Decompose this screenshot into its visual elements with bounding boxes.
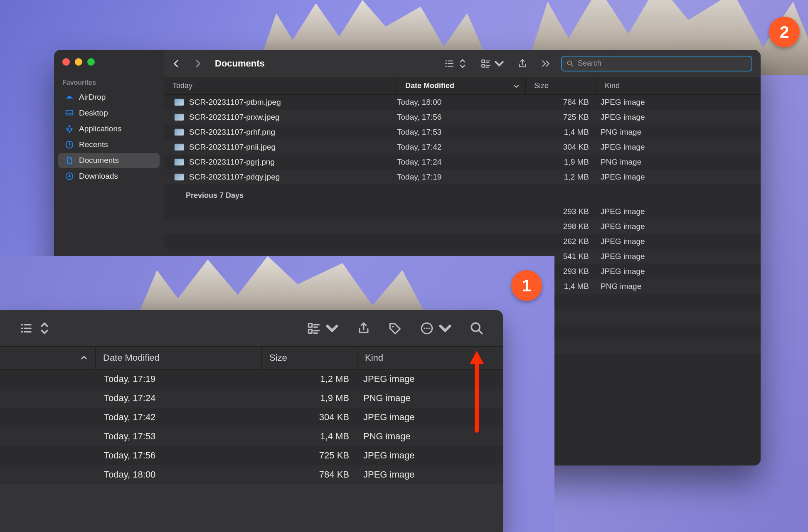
sidebar-item-documents[interactable]: Documents [58, 153, 160, 168]
file-kind: PNG image [596, 128, 761, 137]
sort-asc-icon [80, 354, 88, 362]
file-row[interactable]: SCR-20231107-prhf.pngToday, 17:531,4 MBP… [164, 125, 761, 140]
file-thumbnail [174, 158, 184, 166]
sidebar-item-recents[interactable]: Recents [58, 137, 160, 152]
file-name: SCR-20231107-pdqy.jpeg [189, 172, 280, 182]
file-row[interactable]: SCR-20231107-pnii.jpegToday, 17:42304 KB… [164, 140, 761, 155]
downloads-icon [65, 172, 74, 181]
documents-icon [65, 156, 74, 165]
column-name[interactable]: Today [164, 77, 397, 94]
sidebar-item-label: Documents [79, 156, 119, 165]
file-thumbnail [174, 128, 184, 136]
svg-point-11 [424, 328, 425, 329]
file-row[interactable]: Today, 17:241,9 MBPNG image [0, 389, 503, 408]
file-date: Today, 18:00 [96, 469, 262, 480]
forward-button[interactable] [191, 57, 205, 71]
finder-window-step1: Date Modified Size Kind Today, 17:191,2 … [0, 310, 503, 532]
column-size[interactable]: Size [526, 77, 596, 94]
file-kind: JPEG image [596, 252, 761, 261]
chevron-down-icon [325, 321, 339, 335]
updown-icon [37, 321, 52, 335]
file-size: 1,9 MB [526, 158, 596, 167]
svg-point-6 [567, 61, 572, 65]
search-field[interactable] [561, 56, 752, 71]
group-by-button[interactable] [304, 320, 342, 337]
callout-label: 1 [522, 276, 531, 295]
sidebar-section-header: Favourites [54, 76, 164, 89]
file-row[interactable]: Today, 18:00784 KBJPEG image [0, 465, 503, 484]
svg-rect-8 [308, 329, 312, 333]
file-row[interactable]: Today, 17:42304 KBJPEG image [0, 408, 503, 427]
svg-rect-4 [482, 60, 485, 63]
file-size: 1,4 MB [526, 128, 596, 137]
search-button[interactable] [467, 320, 486, 337]
column-date-label: Date Modified [405, 81, 454, 90]
column-name-label: Today [172, 81, 192, 90]
file-size: 304 KB [262, 412, 357, 423]
column-date-modified[interactable]: Date Modified [96, 347, 262, 369]
file-row[interactable]: SCR-20231107-ptbm.jpegToday, 18:00784 KB… [164, 95, 761, 110]
back-button[interactable] [169, 57, 183, 71]
more-button[interactable] [417, 320, 455, 337]
share-icon [357, 321, 371, 335]
file-kind: JPEG image [596, 143, 761, 152]
group-by-button[interactable] [478, 57, 507, 71]
file-size: 1,9 MB [262, 393, 357, 404]
sidebar-item-applications[interactable]: Applications [58, 121, 160, 136]
file-row[interactable]: 298 KBJPEG image [164, 219, 761, 234]
share-button[interactable] [515, 57, 530, 71]
recents-icon [65, 140, 74, 149]
overflow-button[interactable] [538, 57, 554, 71]
desktop-icon [65, 108, 74, 118]
toolbar [0, 310, 503, 347]
tag-icon [388, 321, 402, 335]
share-button[interactable] [354, 320, 373, 337]
file-kind: JPEG image [596, 237, 761, 246]
sidebar-item-airdrop[interactable]: AirDrop [58, 90, 160, 105]
file-row[interactable]: Today, 17:56725 KBJPEG image [0, 446, 503, 465]
file-row[interactable]: 293 KBJPEG image [164, 204, 761, 219]
chevron-right-icon [192, 58, 203, 69]
file-row[interactable]: Today, 17:191,2 MBJPEG image [0, 369, 503, 389]
annotation-arrow [466, 347, 487, 436]
toolbar: Documents [164, 50, 761, 77]
sidebar-item-downloads[interactable]: Downloads [58, 169, 160, 184]
view-list-button[interactable] [441, 57, 471, 71]
column-date-modified[interactable]: Date Modified [397, 77, 526, 94]
file-size: 293 KB [526, 207, 596, 216]
fullscreen-button[interactable] [87, 58, 95, 66]
column-kind[interactable]: Kind [596, 77, 761, 94]
sidebar-item-label: Desktop [79, 108, 108, 118]
search-input[interactable] [578, 59, 747, 68]
column-kind-label: Kind [365, 352, 383, 363]
callout-label: 2 [780, 23, 789, 42]
svg-point-9 [392, 325, 394, 327]
file-date: Today, 17:24 [397, 158, 526, 167]
file-size: 725 KB [262, 450, 357, 461]
sidebar-item-desktop[interactable]: Desktop [58, 106, 160, 121]
file-row[interactable]: SCR-20231107-prxw.jpegToday, 17:56725 KB… [164, 110, 761, 125]
file-date: Today, 17:42 [96, 412, 262, 423]
column-size-label: Size [534, 81, 549, 90]
file-kind: PNG image [596, 158, 761, 167]
file-date: Today, 17:53 [397, 128, 526, 137]
double-chevron-right-icon [540, 58, 551, 69]
file-name: SCR-20231107-prxw.jpeg [189, 113, 280, 122]
file-name: SCR-20231107-pgrj.png [189, 158, 275, 167]
tags-button[interactable] [386, 320, 405, 337]
file-row[interactable]: SCR-20231107-pgrj.pngToday, 17:241,9 MBP… [164, 155, 761, 170]
window-controls [54, 56, 164, 76]
column-size[interactable]: Size [262, 347, 357, 369]
file-row[interactable]: SCR-20231107-pdqy.jpegToday, 17:191,2 MB… [164, 170, 761, 185]
inset-overlay: Date Modified Size Kind Today, 17:191,2 … [0, 256, 554, 532]
close-button[interactable] [62, 58, 70, 66]
file-row[interactable]: 262 KBJPEG image [164, 234, 761, 249]
column-sort-indicator[interactable] [0, 347, 96, 369]
view-list-button[interactable] [17, 320, 54, 337]
minimize-button[interactable] [75, 58, 82, 66]
file-thumbnail [174, 143, 184, 151]
file-row[interactable]: Today, 17:531,4 MBPNG image [0, 427, 503, 446]
applications-icon [65, 124, 74, 133]
file-kind: JPEG image [596, 98, 761, 107]
file-date: Today, 17:19 [397, 172, 526, 182]
